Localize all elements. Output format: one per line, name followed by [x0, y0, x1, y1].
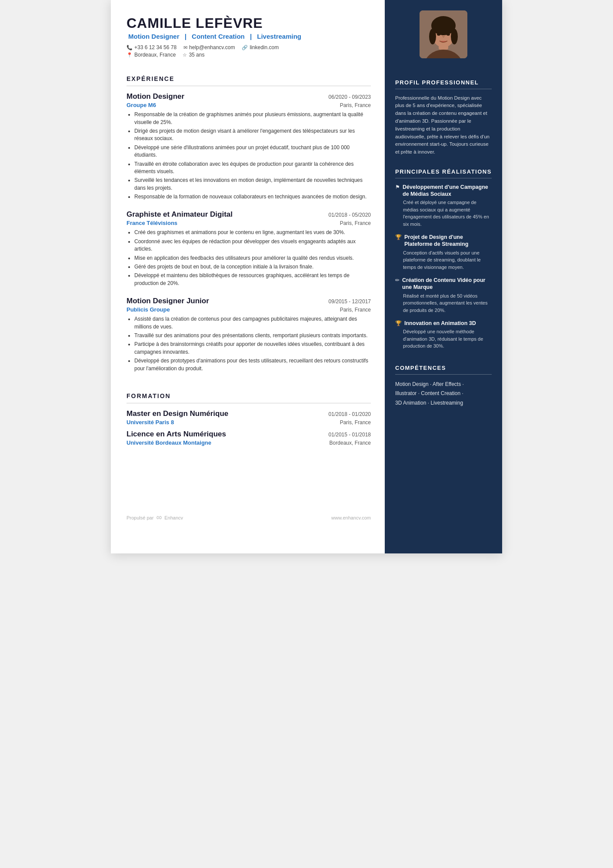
exp-1-company: Groupe M6 — [127, 102, 156, 108]
powered-by-label: Propulsé par — [127, 515, 153, 520]
candidate-photo — [420, 10, 467, 58]
svg-point-6 — [451, 29, 458, 44]
formation-divider — [127, 403, 371, 403]
linkedin-contact: 🔗 linkedin.com — [242, 44, 279, 50]
realisations-title: PRINCIPALES RÉALISATIONS — [395, 168, 492, 175]
exp-1-header: Motion Designer 06/2020 - 09/2023 — [127, 92, 371, 101]
edu-1-header: Master en Design Numérique 01/2018 - 01/… — [127, 409, 371, 418]
svg-point-7 — [437, 33, 440, 36]
subtitle-separator-1: | — [185, 33, 188, 40]
location-icon: 📍 — [127, 52, 133, 58]
exp-2-company-row: France Télévisions Paris, France — [127, 220, 371, 226]
profil-divider — [395, 89, 492, 89]
phone-contact: 📞 +33 6 12 34 56 78 — [127, 44, 177, 50]
subtitle-part-2: Content Creation — [192, 33, 245, 40]
realisation-1: ⚑ Développement d'une Campagne de Médias… — [395, 184, 492, 228]
list-item: Participe à des brainstormings créatifs … — [134, 341, 371, 356]
subtitle-part-1: Motion Designer — [128, 33, 180, 40]
email-contact: ✉ help@enhancv.com — [183, 44, 235, 50]
linkedin-icon: 🔗 — [242, 45, 248, 50]
experience-1: Motion Designer 06/2020 - 09/2023 Groupe… — [127, 92, 371, 207]
contact-info: 📞 +33 6 12 34 56 78 ✉ help@enhancv.com 🔗… — [127, 44, 371, 58]
exp-3-header: Motion Designer Junior 09/2015 - 12/2017 — [127, 297, 371, 305]
list-item: Responsable de la création de graphismes… — [134, 111, 371, 126]
realisation-4-title: Innovation en Animation 3D — [404, 320, 476, 327]
competences-title: COMPÉTENCES — [395, 365, 446, 372]
location-text: Bordeaux, France — [134, 52, 176, 58]
flag-icon: ⚑ — [395, 184, 400, 190]
realisation-4-desc: Développé une nouvelle méthode d'animati… — [403, 328, 492, 350]
list-item: Responsable de la formation de nouveaux … — [134, 193, 371, 201]
svg-point-8 — [446, 33, 450, 36]
age-contact: ☆ 35 ans — [183, 52, 204, 58]
edu-1-location: Paris, France — [340, 419, 371, 426]
exp-3-company-row: Publicis Groupe Paris, France — [127, 306, 371, 313]
phone-number: +33 6 12 34 56 78 — [134, 44, 177, 50]
realisation-1-header: ⚑ Développement d'une Campagne de Médias… — [395, 184, 492, 198]
edu-1-school: Université Paris 8 — [127, 419, 174, 426]
exp-2-company: France Télévisions — [127, 220, 177, 226]
brand-name: Enhancv — [164, 515, 183, 520]
realisation-2-desc: Conception d'actifs visuels pour une pla… — [403, 249, 492, 271]
experience-divider — [127, 86, 371, 86]
list-item: Dirigé des projets de motion design visa… — [134, 127, 371, 143]
star-icon: ☆ — [183, 52, 187, 58]
experience-3: Motion Designer Junior 09/2015 - 12/2017… — [127, 297, 371, 379]
exp-3-location: Paris, France — [340, 307, 371, 313]
edu-2-dates: 01/2015 - 01/2018 — [329, 432, 371, 438]
enhancv-logo-icon: ∞ — [156, 513, 162, 522]
exp-3-title: Motion Designer Junior — [127, 297, 209, 305]
subtitle-separator-2: | — [250, 33, 253, 40]
exp-1-company-row: Groupe M6 Paris, France — [127, 102, 371, 108]
trophy-icon: 🏆 — [395, 234, 402, 240]
powered-by: Propulsé par ∞ Enhancv — [127, 513, 183, 522]
exp-1-title: Motion Designer — [127, 92, 184, 101]
realisation-3-desc: Réalisé et monté plus de 50 vidéos promo… — [403, 292, 492, 314]
competences-divider — [395, 374, 492, 375]
education-1: Master en Design Numérique 01/2018 - 01/… — [127, 409, 371, 430]
footer: Propulsé par ∞ Enhancv www.enhancv.com — [127, 499, 371, 522]
realisation-4-header: 🏆 Innovation en Animation 3D — [395, 320, 492, 327]
competences-text: Motion Design · After Effects · Illustra… — [395, 380, 464, 408]
realisation-1-title: Développement d'une Campagne de Médias S… — [403, 184, 492, 198]
email-icon: ✉ — [183, 45, 187, 50]
exp-1-dates: 06/2020 - 09/2023 — [329, 94, 371, 100]
competences-line-2: Illustrator · Content Creation · — [395, 389, 464, 399]
subtitle-part-3: Livestreaming — [257, 33, 301, 40]
edu-1-school-row: Université Paris 8 Paris, France — [127, 419, 371, 426]
header: CAMILLE LEFÈVRE Motion Designer | Conten… — [127, 16, 371, 58]
email-address: help@enhancv.com — [189, 44, 235, 50]
realisation-1-desc: Créé et déployé une campagne de médias s… — [403, 199, 492, 228]
realisation-2-header: 🏆 Projet de Design d'une Plateforme de S… — [395, 234, 492, 248]
exp-2-location: Paris, France — [340, 220, 371, 226]
exp-2-header: Graphiste et Animateur Digital 01/2018 -… — [127, 210, 371, 219]
list-item: Assisté dans la création de contenus pou… — [134, 315, 371, 331]
exp-1-bullets: Responsable de la création de graphismes… — [127, 111, 371, 201]
left-column: CAMILLE LEFÈVRE Motion Designer | Conten… — [111, 0, 385, 553]
competences-line-1: Motion Design · After Effects · — [395, 380, 464, 389]
edu-2-school-row: Université Bordeaux Montaigne Bordeaux, … — [127, 439, 371, 446]
photo-container — [395, 0, 492, 58]
experience-2: Graphiste et Animateur Digital 01/2018 -… — [127, 210, 371, 293]
realisation-3-header: ✏ Création de Contenu Vidéo pour une Mar… — [395, 277, 492, 291]
linkedin-url: linkedin.com — [250, 44, 279, 50]
resume-page: CAMILLE LEFÈVRE Motion Designer | Conten… — [111, 0, 502, 553]
edu-1-dates: 01/2018 - 01/2020 — [329, 411, 371, 417]
age-text: 35 ans — [189, 52, 204, 58]
list-item: Développé une série d'illustrations anim… — [134, 144, 371, 159]
contact-row-2: 📍 Bordeaux, France ☆ 35 ans — [127, 52, 371, 58]
edu-2-title: Licence en Arts Numériques — [127, 430, 226, 439]
list-item: Développé et maintenu des bibliothèques … — [134, 272, 371, 287]
trophy2-icon: 🏆 — [395, 320, 402, 326]
location-contact: 📍 Bordeaux, France — [127, 52, 176, 58]
candidate-name: CAMILLE LEFÈVRE — [127, 16, 371, 31]
list-item: Créé des graphismes et animations pour l… — [134, 229, 371, 236]
formation-section-title: FORMATION — [127, 392, 371, 399]
exp-3-company: Publicis Groupe — [127, 306, 170, 313]
edu-2-location: Bordeaux, France — [330, 440, 371, 446]
pencil-icon: ✏ — [395, 277, 400, 283]
exp-3-dates: 09/2015 - 12/2017 — [329, 298, 371, 305]
phone-icon: 📞 — [127, 45, 133, 50]
list-item: Travaillé sur des animations pour des pr… — [134, 332, 371, 339]
right-column: PROFIL PROFESSIONNEL Professionnelle du … — [385, 0, 502, 553]
